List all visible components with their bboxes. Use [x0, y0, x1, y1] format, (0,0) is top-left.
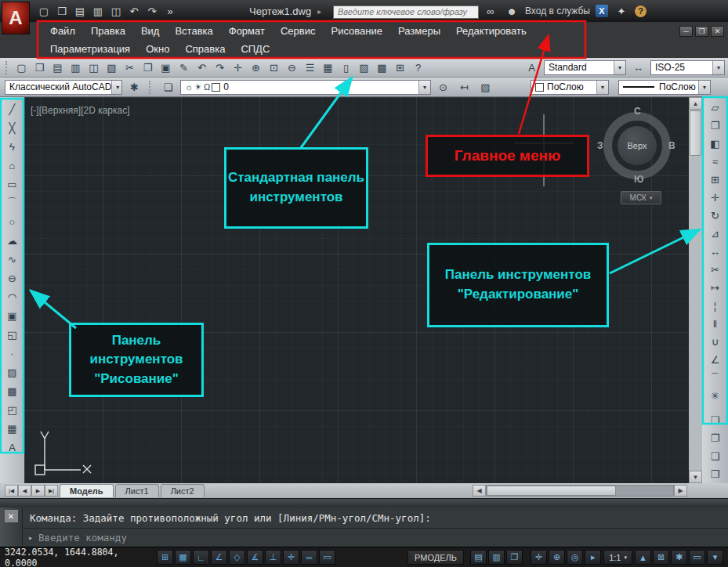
chevron-down-icon[interactable]: ▾: [418, 81, 430, 94]
plot-preview-icon[interactable]: ◫: [85, 60, 103, 76]
viewcube-top-face[interactable]: Верх: [618, 126, 657, 165]
viewcube-north[interactable]: С: [634, 106, 641, 117]
chevron-down-icon[interactable]: ▾: [596, 81, 608, 94]
vertical-scroll-thumb[interactable]: [690, 110, 701, 156]
viewcube-west[interactable]: З: [597, 140, 603, 151]
trim-icon[interactable]: ✂: [705, 261, 725, 279]
plot-preview-icon[interactable]: ◫: [108, 3, 124, 19]
fillet-icon[interactable]: ⌒: [705, 369, 725, 387]
make-object-layer-current-icon[interactable]: ⊙: [434, 79, 452, 96]
region-icon[interactable]: ◰: [3, 400, 22, 419]
steering-wheel-icon[interactable]: ◎: [567, 550, 583, 565]
save-icon[interactable]: ▤: [49, 60, 67, 76]
lock-ui-icon[interactable]: ⊠: [653, 550, 669, 565]
open-file-icon[interactable]: ❒: [54, 3, 70, 19]
undo-icon[interactable]: ↶: [126, 3, 142, 19]
layer-select[interactable]: ☼ ☀ Ω 0 ▾: [180, 80, 431, 95]
search-input[interactable]: [333, 5, 479, 19]
menu-format[interactable]: Формат: [221, 23, 273, 39]
spline-icon[interactable]: ∿: [3, 250, 22, 269]
ellipse-arc-icon[interactable]: ◠: [3, 287, 22, 306]
publish-icon[interactable]: ▧: [103, 60, 121, 76]
mtext-icon[interactable]: A: [3, 438, 22, 457]
annotation-scale-button[interactable]: 1:1 ▾: [603, 550, 632, 565]
menu-window[interactable]: Окно: [138, 41, 177, 57]
rotate-icon[interactable]: ↻: [705, 207, 725, 225]
redo-icon[interactable]: ↷: [211, 60, 229, 76]
explode-icon[interactable]: ✳: [705, 387, 725, 405]
last-tab-button[interactable]: ▶|: [45, 485, 58, 497]
hatch-icon[interactable]: ▨: [3, 363, 22, 381]
menu-tools[interactable]: Сервис: [273, 23, 324, 39]
menu-spds[interactable]: СПДС: [233, 41, 277, 57]
ellipse-icon[interactable]: ⊖: [3, 269, 22, 287]
open-icon[interactable]: ❒: [31, 60, 49, 76]
tab-list1[interactable]: Лист1: [115, 484, 159, 497]
offset-icon[interactable]: ≈: [705, 153, 725, 171]
zoom-window-icon[interactable]: ⊡: [265, 60, 283, 76]
join-icon[interactable]: ∪: [705, 333, 725, 351]
ortho-toggle[interactable]: ∟: [193, 550, 209, 565]
construction-line-icon[interactable]: ╳: [3, 118, 22, 137]
horizontal-scroll-track[interactable]: [486, 485, 674, 497]
scroll-up-button[interactable]: ▲: [689, 97, 702, 110]
menu-help[interactable]: Справка: [177, 41, 233, 57]
workspace-gear-icon[interactable]: ✱: [671, 550, 687, 565]
menu-file[interactable]: Файл: [42, 23, 83, 39]
rectangle-icon[interactable]: ▭: [3, 175, 22, 193]
scroll-left-button[interactable]: ◀: [473, 485, 486, 497]
wcs-menu-button[interactable]: МСК ▾: [621, 191, 661, 204]
next-tab-button[interactable]: ▶: [31, 485, 45, 497]
copy-icon[interactable]: ❐: [139, 60, 157, 76]
pan-icon[interactable]: ✛: [229, 60, 247, 76]
paste-icon[interactable]: ▣: [157, 60, 175, 76]
toolbar-grip[interactable]: [149, 81, 154, 94]
arc-icon[interactable]: ⌒: [3, 193, 22, 212]
toolbar-grip[interactable]: [5, 61, 10, 74]
layer-on-icon[interactable]: ☼: [185, 82, 193, 92]
designcenter-icon[interactable]: ▦: [319, 60, 337, 76]
properties-icon[interactable]: ☰: [301, 60, 319, 76]
paper-model-button[interactable]: РМОДЕЛЬ: [407, 550, 464, 565]
layer-lock-icon[interactable]: Ω: [204, 82, 210, 92]
quickcalc-icon[interactable]: ⊞: [391, 60, 409, 76]
restore-button[interactable]: ❐: [695, 26, 708, 37]
chevron-down-icon[interactable]: ▾: [614, 61, 625, 74]
close-button[interactable]: ✕: [711, 26, 724, 37]
send-to-back-icon[interactable]: ❑: [705, 447, 725, 465]
menu-view[interactable]: Вид: [133, 23, 168, 39]
color-select[interactable]: ПоСлою ▾: [531, 80, 609, 95]
autocad-logo-icon[interactable]: A: [2, 2, 30, 34]
text-style-select[interactable]: Standard ▾: [544, 60, 626, 75]
layout-icon[interactable]: ▥: [488, 550, 505, 565]
layer-freeze-icon[interactable]: ☀: [194, 82, 202, 92]
line-icon[interactable]: ╱: [3, 99, 22, 118]
scroll-down-button[interactable]: ▼: [689, 471, 702, 483]
help-icon[interactable]: ?: [409, 60, 427, 76]
quick-view-icon[interactable]: ❐: [506, 550, 523, 565]
match-properties-icon[interactable]: ✎: [175, 60, 193, 76]
save-icon[interactable]: ▤: [72, 3, 88, 19]
chevron-down-icon[interactable]: ▾: [698, 81, 710, 94]
zoom-previous-icon[interactable]: ⊖: [283, 60, 301, 76]
make-block-icon[interactable]: ◱: [3, 325, 22, 344]
menu-edit[interactable]: Правка: [83, 23, 133, 39]
first-tab-button[interactable]: |◀: [5, 485, 18, 497]
chevron-down-icon[interactable]: ▾: [111, 81, 122, 94]
grid-toggle[interactable]: ▦: [175, 550, 191, 565]
mirror-icon[interactable]: ◧: [705, 135, 725, 153]
dyn-toggle[interactable]: ✛: [283, 550, 299, 565]
viewport-controls[interactable]: [-][Верхняя][2D каркас]: [31, 105, 130, 116]
menu-insert[interactable]: Вставка: [167, 23, 220, 39]
viewcube-south[interactable]: Ю: [634, 174, 643, 185]
search-binoculars-icon[interactable]: ∞: [483, 3, 498, 19]
plot-icon[interactable]: ▥: [67, 60, 85, 76]
menu-dimension[interactable]: Размеры: [390, 23, 448, 39]
otrack-toggle[interactable]: ∡: [247, 550, 263, 565]
qp-toggle[interactable]: ▭: [319, 550, 335, 565]
sheet-set-manager-icon[interactable]: ▨: [355, 60, 373, 76]
model-space-icon[interactable]: ▤: [470, 550, 487, 565]
circle-icon[interactable]: ○: [3, 212, 22, 231]
menu-modify[interactable]: Редактировать: [448, 23, 534, 39]
new-file-icon[interactable]: ▢: [36, 3, 52, 19]
